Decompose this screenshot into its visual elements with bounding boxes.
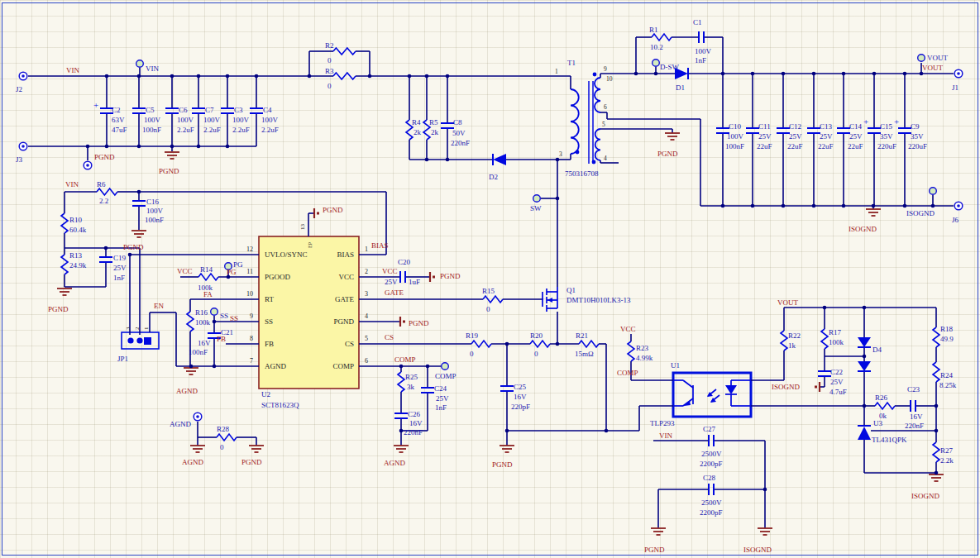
jp1-pin[interactable]	[136, 337, 142, 343]
label-VOUT[interactable]: VOUT	[777, 298, 798, 307]
resistor-R16[interactable]	[187, 312, 194, 331]
label-VIN[interactable]: VIN	[659, 432, 672, 440]
resistor-R1[interactable]	[652, 34, 672, 41]
label-VCC[interactable]: VCC	[382, 267, 398, 275]
label-VCC[interactable]: VCC	[620, 325, 636, 333]
label-PGND[interactable]: PGND	[123, 243, 144, 251]
resistor-R13[interactable]	[61, 255, 68, 274]
label-22uF: 22uF	[787, 142, 803, 150]
label-PGND[interactable]: PGND	[409, 319, 429, 327]
label-PGND[interactable]: PGND	[94, 153, 115, 161]
resistor-R15[interactable]	[483, 296, 503, 303]
label-12: 12	[246, 246, 253, 253]
label-R3: R3	[325, 67, 334, 75]
resistor-R14[interactable]	[198, 274, 218, 280]
label-CS[interactable]: CS	[385, 333, 394, 341]
label-PGND[interactable]: PGND	[644, 546, 665, 554]
junction-dot	[426, 365, 430, 369]
label-PGND[interactable]: PGND	[241, 458, 262, 466]
label-J2: J2	[16, 85, 22, 93]
label-ISOGND[interactable]: ISOGND	[743, 546, 772, 554]
label-C27: C27	[703, 425, 716, 433]
diode-D2[interactable]	[493, 154, 506, 165]
diode-D4-b[interactable]	[858, 361, 871, 371]
label-VIN[interactable]: VIN	[65, 180, 79, 188]
resistor-R21[interactable]	[579, 341, 599, 347]
label-GATE[interactable]: GATE	[385, 289, 404, 297]
label-11: 11	[246, 268, 253, 275]
label-2500V: 2500V	[701, 450, 722, 458]
label-PGND[interactable]: PGND	[492, 460, 513, 469]
label-AGND[interactable]: AGND	[384, 459, 405, 467]
transformer-t1-750316708[interactable]	[571, 89, 579, 154]
resistor-R27[interactable]	[933, 442, 939, 462]
label-EN[interactable]: EN	[154, 302, 164, 310]
label-SS[interactable]: SS	[230, 314, 238, 322]
label-22uF: 22uF	[818, 142, 834, 150]
label-4: 4	[365, 312, 368, 320]
label-FB[interactable]: FB	[217, 335, 226, 343]
probe-D-SW[interactable]	[653, 60, 660, 67]
label-PGND[interactable]: PGND	[48, 305, 69, 313]
transformer-t1-750316708[interactable]	[595, 129, 600, 160]
probe-SS[interactable]	[211, 308, 218, 316]
diode-U3-tl431[interactable]	[858, 427, 871, 440]
jp1-pin[interactable]	[127, 337, 133, 343]
label-+: +	[894, 117, 899, 126]
label-COMP[interactable]: COMP	[617, 369, 638, 377]
label-BIAS[interactable]: BIAS	[371, 241, 389, 250]
junction-dot	[721, 72, 725, 76]
label-ISOGND[interactable]: ISOGND	[911, 492, 940, 500]
label-ISOGND: ISOGND	[906, 209, 935, 217]
probe-ISOGND[interactable]	[930, 188, 937, 195]
junction-dot	[213, 365, 217, 369]
label-D1: D1	[676, 83, 685, 92]
resistor-R28[interactable]	[217, 434, 237, 441]
label-COMP[interactable]: COMP	[394, 355, 416, 364]
label-22uF: 22uF	[757, 142, 772, 150]
label-PG[interactable]: PG	[227, 268, 237, 276]
opto-u1-tlp293-body[interactable]	[673, 373, 751, 417]
label-AGND[interactable]: AGND	[176, 387, 198, 395]
label-R23: R23	[636, 344, 649, 352]
resistor-R2[interactable]	[333, 48, 356, 55]
label-PGND[interactable]: PGND	[323, 206, 343, 214]
resistor-R3[interactable]	[333, 73, 356, 79]
resistor-R19[interactable]	[471, 341, 491, 347]
label-ISOGND[interactable]: ISOGND	[849, 225, 877, 233]
label-ISOGND[interactable]: ISOGND	[772, 383, 801, 391]
resistor-R20[interactable]	[530, 341, 550, 347]
diode-D4-a[interactable]	[858, 337, 871, 347]
probe-SW[interactable]	[533, 195, 541, 203]
resistor-R22[interactable]	[781, 331, 787, 351]
label-VIN[interactable]: VIN	[66, 66, 79, 74]
resistor-R23[interactable]	[628, 341, 634, 361]
resistor-R26[interactable]	[875, 403, 895, 409]
label-C25: C25	[514, 383, 527, 391]
label-VCC[interactable]: VCC	[177, 267, 193, 275]
junction-dot	[213, 320, 217, 324]
label-VOUT[interactable]: VOUT	[922, 64, 943, 72]
resistor-R18[interactable]	[933, 327, 939, 347]
label-R22: R22	[788, 331, 801, 340]
label-U1: U1	[671, 361, 680, 370]
resistor-R6[interactable]	[97, 188, 117, 195]
label-16V: 16V	[409, 419, 423, 427]
label-PGND[interactable]: PGND	[657, 150, 678, 158]
probe-COMP[interactable]	[442, 363, 449, 370]
probe-VIN[interactable]	[136, 60, 144, 68]
label-PGND[interactable]: PGND	[159, 167, 179, 175]
label-1: 1	[365, 246, 368, 253]
label-FA[interactable]: FA	[203, 290, 213, 298]
resistor-R24[interactable]	[933, 362, 939, 382]
u1-opto-internals[interactable]	[683, 380, 693, 388]
probe-VOUT[interactable]	[918, 55, 925, 62]
resistor-R10[interactable]	[61, 213, 68, 233]
label-AGND[interactable]: AGND	[182, 458, 203, 466]
resistor-R17[interactable]	[821, 329, 828, 349]
resistor-R25[interactable]	[398, 372, 404, 392]
label-R15: R15	[482, 287, 495, 295]
jp1-pin-1[interactable]	[144, 337, 151, 345]
transformer-t1-750316708[interactable]	[595, 78, 600, 112]
label-PGND[interactable]: PGND	[440, 272, 461, 280]
